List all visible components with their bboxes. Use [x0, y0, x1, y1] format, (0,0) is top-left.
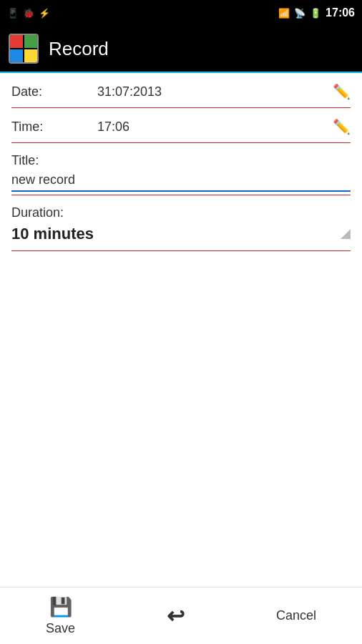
time-edit-icon[interactable]: ✏️: [333, 118, 351, 135]
time-label: Time:: [11, 119, 97, 135]
main-content: Date: 31:07:2013 ✏️ Time: 17:06 ✏️ Title…: [0, 73, 362, 251]
app-title: Record: [49, 38, 109, 60]
date-edit-icon[interactable]: ✏️: [333, 83, 351, 100]
back-icon: ↩: [167, 603, 185, 628]
title-input-wrapper: [11, 172, 351, 192]
title-section: Title:: [0, 143, 362, 195]
time-divider: [11, 142, 351, 143]
cancel-button[interactable]: Cancel: [265, 608, 328, 623]
cancel-label: Cancel: [276, 608, 316, 623]
title-label: Title:: [11, 153, 351, 168]
duration-section: Duration: 10 minutes: [0, 195, 362, 251]
save-icon: 💾: [49, 596, 72, 618]
duration-label: Duration:: [11, 205, 351, 220]
time-value: 17:06: [97, 119, 333, 135]
app-icon: [9, 34, 39, 64]
time-field-inline: Time: 17:06 ✏️: [11, 118, 351, 142]
back-button[interactable]: ↩: [155, 603, 196, 628]
bottom-bar: 💾 Save ↩ Cancel: [0, 587, 362, 644]
save-button[interactable]: 💾 Save: [34, 596, 87, 636]
duration-value-row: 10 minutes: [11, 225, 351, 250]
usb-icon: ⚡: [39, 8, 50, 19]
status-bar-left: 📱 🐞 ⚡: [7, 8, 50, 19]
title-input[interactable]: [11, 172, 351, 187]
bug-icon: 🐞: [23, 8, 34, 19]
battery-icon: 🔋: [310, 8, 321, 19]
date-field-inline: Date: 31:07:2013 ✏️: [11, 83, 351, 107]
duration-resize-handle: [341, 229, 351, 239]
app-bar: Record: [0, 26, 362, 73]
status-time: 17:06: [326, 6, 355, 19]
status-bar: 📱 🐞 ⚡ 📶 📡 🔋 17:06: [0, 0, 362, 26]
signal-icon: 📡: [294, 8, 305, 19]
battery-icon-left: 📱: [7, 8, 19, 19]
wifi-icon: 📶: [278, 8, 290, 19]
duration-value: 10 minutes: [11, 225, 94, 243]
save-label: Save: [46, 621, 75, 636]
duration-divider: [11, 250, 351, 251]
time-row: Time: 17:06 ✏️: [0, 108, 362, 143]
date-value: 31:07:2013: [97, 84, 333, 99]
status-bar-right: 📶 📡 🔋 17:06: [278, 6, 355, 19]
date-row: Date: 31:07:2013 ✏️: [0, 73, 362, 108]
date-label: Date:: [11, 84, 97, 99]
